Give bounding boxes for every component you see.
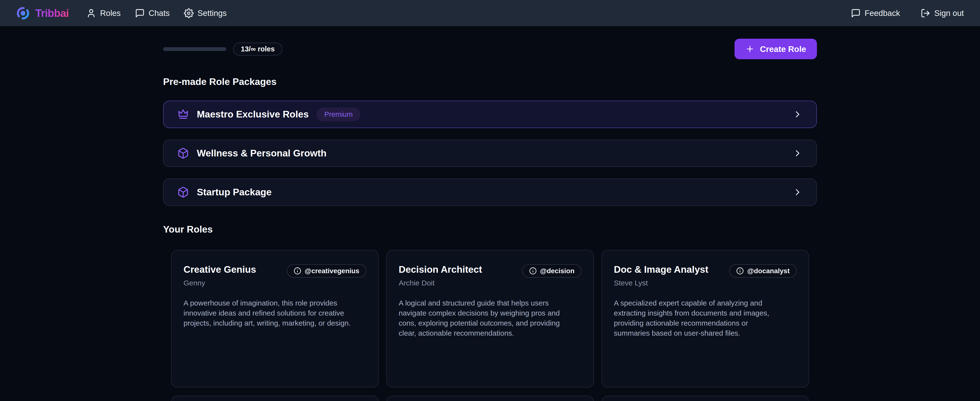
role-handle-badge[interactable]: @docanalyst bbox=[729, 264, 797, 278]
crown-icon bbox=[177, 109, 189, 120]
user-icon bbox=[86, 8, 96, 18]
top-nav: Tribbai Roles Chats Settings Feedback Si… bbox=[0, 0, 980, 26]
nav-item-sign-out[interactable]: Sign out bbox=[921, 8, 964, 18]
brand-logo[interactable]: Tribbai bbox=[16, 6, 69, 20]
create-role-button[interactable]: Create Role bbox=[735, 39, 817, 59]
your-roles-section-heading: Your Roles bbox=[163, 224, 817, 235]
role-card-title: Decision Architect bbox=[399, 264, 482, 275]
chat-bubble-icon bbox=[851, 8, 861, 18]
role-card-subtitle: Archie Doit bbox=[399, 279, 482, 287]
package-icon bbox=[177, 147, 189, 159]
brand-name: Tribbai bbox=[35, 7, 69, 19]
role-card-partial[interactable] bbox=[386, 396, 594, 401]
roles-quota-progress-bar bbox=[163, 47, 226, 51]
role-card-decision-architect[interactable]: Decision Architect Archie Doit @decision… bbox=[386, 250, 594, 388]
nav-item-feedback[interactable]: Feedback bbox=[851, 8, 900, 18]
roles-toolbar: 13/∞ roles Create Role bbox=[163, 39, 817, 59]
chevron-right-icon bbox=[792, 187, 803, 197]
package-icon bbox=[177, 186, 189, 198]
nav-item-chats[interactable]: Chats bbox=[135, 8, 170, 18]
role-handle-badge[interactable]: @decision bbox=[522, 264, 581, 278]
main-content: 13/∞ roles Create Role Pre-made Role Pac… bbox=[163, 39, 817, 401]
role-card-partial[interactable] bbox=[171, 396, 379, 401]
package-list: Maestro Exclusive Roles Premium Wellness… bbox=[163, 101, 817, 206]
info-icon bbox=[736, 267, 744, 275]
nav-item-roles[interactable]: Roles bbox=[86, 8, 121, 18]
create-role-label: Create Role bbox=[760, 44, 806, 54]
package-title: Startup Package bbox=[197, 187, 272, 198]
sign-out-icon bbox=[921, 8, 931, 18]
info-icon bbox=[294, 267, 301, 275]
chevron-right-icon bbox=[792, 109, 803, 120]
chevron-right-icon bbox=[792, 148, 803, 158]
role-card-subtitle: Genny bbox=[184, 279, 256, 287]
gear-icon bbox=[184, 8, 194, 18]
role-card-description: A powerhouse of imagination, this role p… bbox=[184, 298, 355, 328]
role-card-description: A logical and structured guide that help… bbox=[399, 298, 570, 338]
chat-bubble-icon bbox=[135, 8, 145, 18]
nav-item-settings[interactable]: Settings bbox=[184, 8, 227, 18]
package-title: Maestro Exclusive Roles bbox=[197, 109, 309, 120]
info-icon bbox=[529, 267, 537, 275]
role-card-title: Creative Genius bbox=[184, 264, 256, 275]
role-handle-badge[interactable]: @creativegenius bbox=[287, 264, 366, 278]
premium-badge: Premium bbox=[317, 107, 360, 121]
role-cards-grid-next-row bbox=[163, 396, 817, 401]
nav-right: Feedback Sign out bbox=[851, 8, 964, 18]
tribbai-logo-icon bbox=[16, 6, 30, 20]
package-title: Wellness & Personal Growth bbox=[197, 148, 326, 159]
plus-icon bbox=[745, 44, 754, 54]
role-cards-grid: Creative Genius Genny @creativegenius A … bbox=[163, 250, 817, 388]
packages-section-heading: Pre-made Role Packages bbox=[163, 77, 817, 87]
role-card-partial[interactable] bbox=[601, 396, 809, 401]
role-card-subtitle: Steve Lyst bbox=[614, 279, 709, 287]
nav-left: Roles Chats Settings bbox=[86, 8, 227, 18]
role-card-description: A specialized expert capable of analyzin… bbox=[614, 298, 785, 338]
role-card-creative-genius[interactable]: Creative Genius Genny @creativegenius A … bbox=[171, 250, 379, 388]
package-row-wellness-personal-growth[interactable]: Wellness & Personal Growth bbox=[163, 139, 817, 167]
role-card-doc-image-analyst[interactable]: Doc & Image Analyst Steve Lyst @docanaly… bbox=[601, 250, 809, 388]
roles-count-badge: 13/∞ roles bbox=[233, 43, 282, 56]
package-row-maestro-exclusive-roles[interactable]: Maestro Exclusive Roles Premium bbox=[163, 101, 817, 128]
package-row-startup-package[interactable]: Startup Package bbox=[163, 179, 817, 206]
role-card-title: Doc & Image Analyst bbox=[614, 264, 709, 275]
